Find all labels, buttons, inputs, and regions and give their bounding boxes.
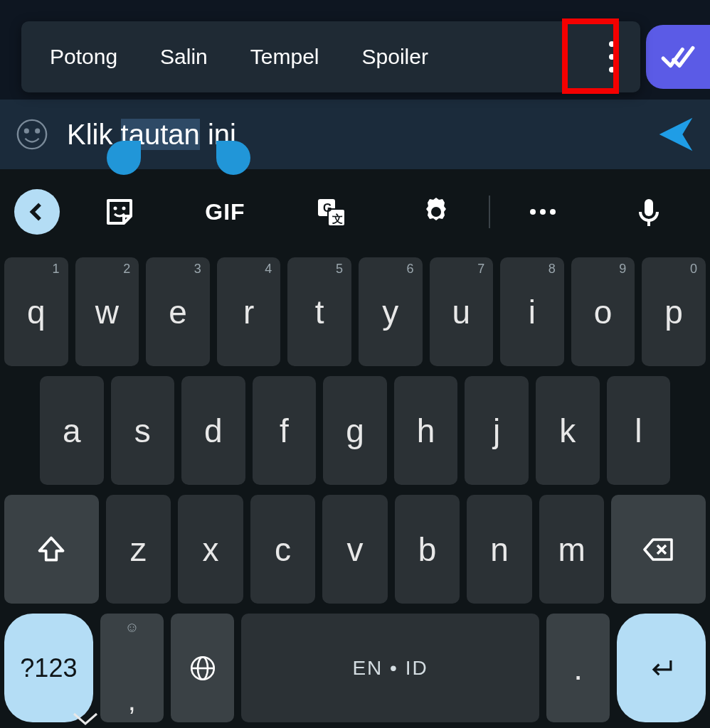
svg-text:G: G — [323, 202, 332, 214]
key-d[interactable]: d — [181, 376, 245, 485]
keyboard-row-2: asdfghjkl — [4, 376, 706, 485]
key-p[interactable]: p0 — [642, 257, 706, 366]
period-key[interactable]: . — [546, 614, 610, 722]
double-check-icon — [660, 39, 696, 75]
comma-key[interactable]: ☺, — [100, 614, 164, 722]
cut-button[interactable]: Potong — [28, 45, 139, 69]
translate-button[interactable]: G 文 — [278, 169, 383, 255]
shift-key[interactable] — [4, 495, 99, 604]
enter-key[interactable] — [617, 614, 706, 722]
key-m[interactable]: m — [539, 495, 605, 604]
key-x[interactable]: x — [178, 495, 243, 604]
enter-icon — [646, 653, 677, 684]
keyboard-settings-button[interactable] — [383, 169, 489, 255]
svg-point-12 — [550, 209, 556, 215]
sticker-icon — [102, 195, 137, 229]
key-w[interactable]: w2 — [75, 257, 139, 366]
more-vertical-icon — [609, 41, 615, 47]
emoji-picker-button[interactable] — [14, 117, 50, 152]
selection-handle-start[interactable] — [107, 141, 141, 175]
key-f[interactable]: f — [253, 376, 317, 485]
key-h[interactable]: h — [394, 376, 458, 485]
key-v[interactable]: v — [322, 495, 388, 604]
keyboard-row-4: ?123☺,EN • ID. — [4, 614, 706, 722]
key-n[interactable]: n — [467, 495, 532, 604]
keyboard-toolbar: GIF G 文 — [0, 169, 710, 255]
key-g[interactable]: g — [323, 376, 387, 485]
key-c[interactable]: c — [250, 495, 316, 604]
spacebar[interactable]: EN • ID — [241, 614, 539, 722]
sticker-button[interactable] — [67, 169, 172, 255]
svg-point-10 — [530, 209, 536, 215]
translate-icon: G 文 — [314, 195, 348, 229]
chevron-left-icon — [26, 200, 48, 223]
nav-hint — [71, 711, 100, 728]
on-screen-keyboard: GIF G 文 — [0, 169, 710, 728]
key-u[interactable]: u7 — [430, 257, 494, 366]
keyboard-row-3: zxcvbnm — [4, 495, 706, 604]
key-e[interactable]: e3 — [146, 257, 210, 366]
key-q[interactable]: q1 — [4, 257, 68, 366]
svg-point-4 — [122, 207, 126, 210]
svg-point-11 — [540, 209, 546, 215]
spoiler-button[interactable]: Spoiler — [341, 45, 450, 69]
symbols-key[interactable]: ?123 — [4, 614, 93, 722]
language-key[interactable] — [171, 614, 234, 722]
backspace-key[interactable] — [611, 495, 706, 604]
key-a[interactable]: a — [40, 376, 104, 485]
svg-rect-13 — [645, 199, 653, 216]
key-k[interactable]: k — [536, 376, 600, 485]
mic-icon — [632, 195, 666, 229]
svg-point-3 — [114, 207, 117, 210]
send-button[interactable] — [656, 114, 696, 154]
key-y[interactable]: y6 — [359, 257, 423, 366]
keyboard-more-button[interactable] — [490, 169, 595, 255]
key-t[interactable]: t5 — [287, 257, 351, 366]
gif-button[interactable]: GIF — [172, 169, 277, 255]
keyboard-back-button[interactable] — [14, 189, 60, 235]
send-icon — [656, 114, 696, 154]
paste-button[interactable]: Tempel — [229, 45, 341, 69]
key-z[interactable]: z — [106, 495, 171, 604]
gear-icon — [419, 195, 453, 229]
shift-icon — [36, 534, 67, 565]
more-options-button[interactable] — [590, 31, 633, 82]
mic-button[interactable] — [596, 169, 701, 255]
svg-point-0 — [18, 120, 46, 149]
backspace-icon — [642, 532, 676, 567]
svg-point-2 — [36, 129, 39, 133]
key-j[interactable]: j — [465, 376, 529, 485]
key-s[interactable]: s — [111, 376, 175, 485]
selection-handle-end[interactable] — [216, 141, 250, 175]
key-r[interactable]: r4 — [217, 257, 281, 366]
keyboard-rows: q1w2e3r4t5y6u7i8o9p0 asdfghjkl zxcvbnm ?… — [0, 255, 710, 728]
message-input[interactable]: Klik tautan ini — [67, 119, 236, 151]
smiley-icon — [16, 118, 48, 151]
svg-point-1 — [25, 129, 28, 133]
key-l[interactable]: l — [607, 376, 671, 485]
globe-icon — [188, 653, 218, 683]
svg-text:文: 文 — [332, 213, 343, 225]
gif-label: GIF — [205, 199, 245, 225]
message-read-bubble — [646, 25, 710, 89]
key-o[interactable]: o9 — [571, 257, 635, 366]
more-horizontal-icon — [526, 195, 560, 229]
key-b[interactable]: b — [395, 495, 460, 604]
key-i[interactable]: i8 — [500, 257, 564, 366]
copy-button[interactable]: Salin — [139, 45, 229, 69]
text-selection-context-menu: Potong Salin Tempel Spoiler — [21, 21, 640, 92]
svg-point-9 — [431, 207, 441, 217]
keyboard-row-1: q1w2e3r4t5y6u7i8o9p0 — [4, 257, 706, 366]
